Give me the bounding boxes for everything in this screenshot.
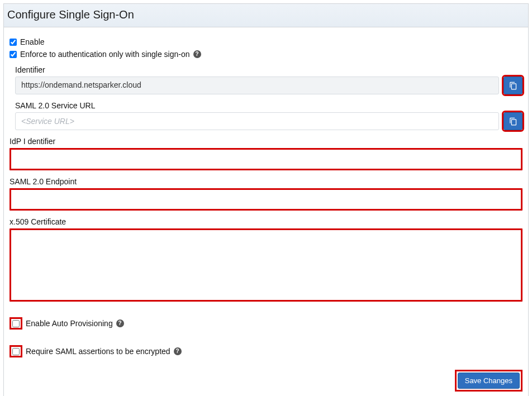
sso-config-panel: Configure Single Sign-On Enable Enforce … <box>3 3 529 396</box>
help-icon[interactable]: ? <box>174 347 182 355</box>
idp-identifier-field: IdP I dentifier <box>10 137 522 170</box>
enforce-checkbox[interactable] <box>10 51 17 58</box>
panel-title: Configure Single Sign-On <box>4 4 528 27</box>
enforce-row: Enforce to authentication only with sing… <box>10 50 522 59</box>
service-url-input[interactable] <box>15 112 499 130</box>
enable-checkbox[interactable] <box>10 39 17 46</box>
enable-label: Enable <box>20 37 45 46</box>
auto-provision-label: Enable Auto Provisioning <box>26 319 113 328</box>
saml-endpoint-label: SAML 2.0 Endpoint <box>10 177 522 186</box>
panel-body: Enable Enforce to authentication only wi… <box>4 27 528 396</box>
certificate-textarea[interactable] <box>12 231 520 298</box>
saml-endpoint-field: SAML 2.0 Endpoint <box>10 177 522 211</box>
copy-icon <box>509 82 517 90</box>
enforce-label: Enforce to authentication only with sing… <box>20 50 190 59</box>
idp-identifier-input[interactable] <box>12 150 520 168</box>
enable-row: Enable <box>10 37 522 46</box>
service-url-field: SAML 2.0 Service URL <box>15 101 522 130</box>
actions-row: Save Changes <box>10 370 522 392</box>
help-icon[interactable]: ? <box>116 319 124 327</box>
copy-identifier-button[interactable] <box>504 77 522 94</box>
require-encrypted-label: Require SAML assertions to be encrypted <box>26 347 170 356</box>
identifier-field: Identifier https://ondemand.netsparker.c… <box>15 65 522 94</box>
save-changes-button[interactable]: Save Changes <box>458 373 520 389</box>
service-url-label: SAML 2.0 Service URL <box>15 101 522 110</box>
auto-provision-row: Enable Auto Provisioning ? <box>10 317 522 330</box>
copy-icon <box>509 117 517 126</box>
idp-identifier-label: IdP I dentifier <box>10 137 522 146</box>
certificate-label: x.509 Certificate <box>10 217 522 226</box>
copy-service-url-button[interactable] <box>504 112 522 130</box>
help-icon[interactable]: ? <box>193 50 201 58</box>
auto-provision-checkbox[interactable] <box>12 320 20 327</box>
require-encrypted-row: Require SAML assertions to be encrypted … <box>10 345 522 357</box>
identifier-label: Identifier <box>15 65 522 74</box>
require-encrypted-checkbox[interactable] <box>12 348 20 355</box>
identifier-value: https://ondemand.netsparker.cloud <box>15 77 499 94</box>
certificate-field: x.509 Certificate <box>10 217 522 302</box>
saml-endpoint-input[interactable] <box>12 190 520 208</box>
